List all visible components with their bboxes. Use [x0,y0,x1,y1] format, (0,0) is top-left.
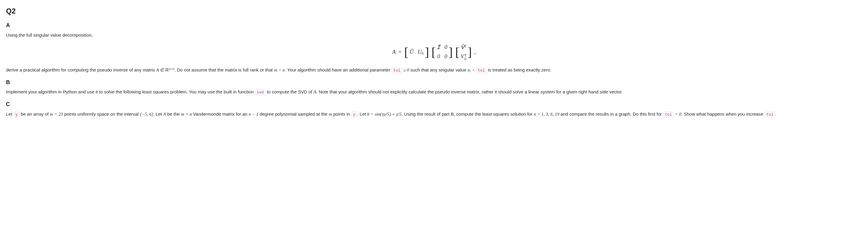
part-c-heading: C [6,100,862,109]
matrix-u-block: [ Û U0 ] [404,46,429,58]
part-c-body: Let y be an array of m = 23 points unifo… [6,110,862,118]
zero-cell: 0 [444,43,447,52]
equals-sign: = [398,48,402,57]
right-bracket-icon: ] [467,46,472,58]
v-hat-transpose: V̂T [461,43,466,52]
question-title: Q2 [6,5,862,17]
left-bracket-icon: [ [431,46,436,58]
zero-cell: 0 [444,52,447,61]
right-bracket-icon: ] [425,46,429,58]
left-bracket-icon: [ [455,46,459,58]
sigma-hat: Σ̂ [437,43,440,52]
y-code: y [351,111,357,118]
tol-code: tol [663,111,674,118]
left-bracket-icon: [ [404,46,408,58]
u-zero: U0 [418,48,424,57]
u-hat: Û [410,48,414,57]
tol-code: tol [476,67,487,74]
trailing-comma: , [474,48,476,57]
svd-equation: A = [ Û U0 ] [ Σ̂ 0 0 0 ] [6,43,862,61]
part-a-intro: Using the full singular value decomposit… [6,32,862,39]
part-a-body: derive a practical algorithm for computi… [6,66,862,74]
right-bracket-icon: ] [448,46,453,58]
tol-code: tol [765,111,775,118]
v-zero-transpose: VT0 [461,52,466,61]
y-code: y [13,111,20,118]
zero-cell: 0 [437,52,440,61]
part-b-body: Implement your algorithm in Python and u… [6,88,862,96]
part-b-heading: B [6,78,862,87]
part-a-heading: A [6,21,862,30]
svd-code: svd [255,89,266,96]
matrix-sigma-block: [ Σ̂ 0 0 0 ] [431,43,453,61]
eq-lhs: A [392,48,396,57]
matrix-v-block: [ V̂T VT0 ] [455,43,472,61]
tol-code: tol [392,67,402,74]
